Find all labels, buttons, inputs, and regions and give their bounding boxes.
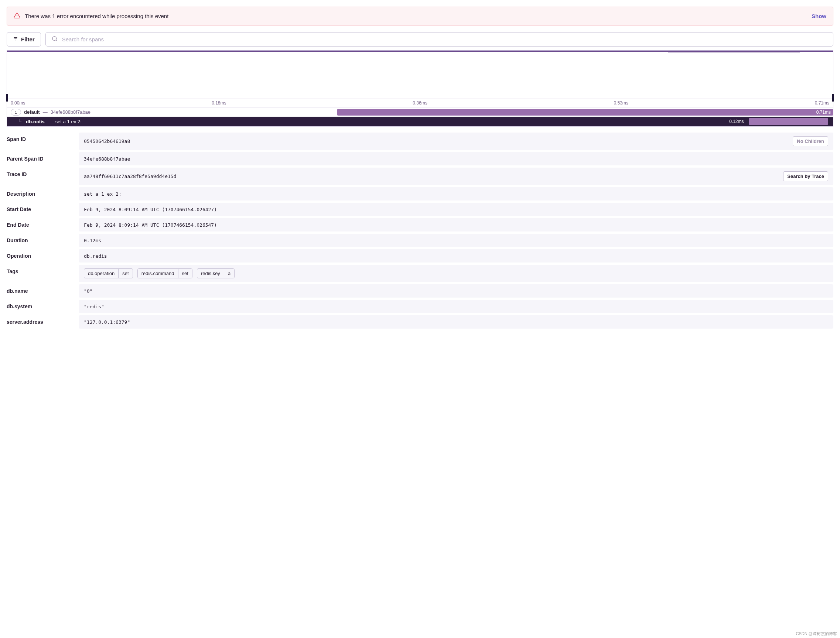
- search-input[interactable]: [62, 36, 827, 43]
- value-end-date: Feb 9, 2024 8:09:14 AM UTC (1707466154.0…: [84, 222, 217, 228]
- tag-value: a: [224, 269, 234, 278]
- tag-key: redis.command: [138, 269, 179, 278]
- tick-label: 0.36ms: [413, 100, 427, 106]
- value-db-system: "redis": [84, 304, 104, 310]
- child-count-badge: 1: [11, 109, 21, 115]
- label-db-name: db.name: [7, 284, 79, 298]
- svg-line-6: [56, 40, 57, 41]
- value-span-id: 05450642b64619a8: [84, 139, 130, 144]
- label-tags: Tags: [7, 265, 79, 282]
- label-start-date: Start Date: [7, 203, 79, 216]
- value-operation: db.redis: [84, 253, 107, 259]
- span-row-root[interactable]: 1 default — 34efe688b8f7abae 0.71ms: [7, 107, 833, 117]
- value-start-date: Feb 9, 2024 8:09:14 AM UTC (1707466154.0…: [84, 207, 217, 212]
- span-name: default: [24, 109, 40, 115]
- value-server-address: "127.0.0.1:6379": [84, 319, 130, 325]
- label-operation: Operation: [7, 249, 79, 262]
- tag-pair[interactable]: redis.commandset: [138, 268, 193, 278]
- span-name: db.redis: [26, 119, 45, 125]
- filter-button[interactable]: Filter: [7, 32, 41, 46]
- value-parent-span-id: 34efe688b8f7abae: [84, 156, 130, 162]
- label-span-id: Span ID: [7, 133, 79, 150]
- range-handle-left[interactable]: [6, 94, 8, 101]
- span-desc: set a 1 ex 2:: [55, 119, 82, 125]
- tick-label: 0.00ms: [11, 100, 25, 106]
- tick-label: 0.53ms: [614, 100, 628, 106]
- label-parent-span-id: Parent Span ID: [7, 152, 79, 166]
- filter-label: Filter: [21, 36, 35, 43]
- value-description: set a 1 ex 2:: [84, 191, 122, 197]
- search-icon: [52, 36, 58, 43]
- search-by-trace-button[interactable]: Search by Trace: [783, 171, 828, 181]
- tick-label: 0.71ms: [815, 100, 829, 106]
- filter-icon: [13, 36, 18, 43]
- label-duration: Duration: [7, 234, 79, 247]
- toolbar: Filter: [7, 32, 833, 46]
- child-indent-icon: └: [18, 119, 21, 125]
- tag-pair[interactable]: redis.keya: [197, 268, 234, 278]
- label-trace-id: Trace ID: [7, 167, 79, 185]
- span-duration: 0.12ms: [729, 119, 744, 124]
- label-server-address: server.address: [7, 315, 79, 328]
- range-handle-right[interactable]: [832, 94, 834, 101]
- search-box[interactable]: [46, 32, 833, 46]
- label-end-date: End Date: [7, 218, 79, 232]
- value-trace-id: aa748ff60611c7aa28f8fe5a9dd4e15d: [84, 174, 176, 179]
- show-button[interactable]: Show: [812, 13, 826, 19]
- error-message: There was 1 error encountered while proc…: [25, 13, 168, 19]
- warning-icon: [14, 12, 20, 20]
- tags-list: db.operationsetredis.commandsetredis.key…: [84, 268, 234, 278]
- label-db-system: db.system: [7, 300, 79, 313]
- tag-key: db.operation: [84, 269, 119, 278]
- separator: —: [47, 119, 52, 125]
- timeline: 0.00ms 0.18ms 0.36ms 0.53ms 0.71ms 1 def…: [7, 50, 833, 126]
- tick-label: 0.18ms: [212, 100, 226, 106]
- timeline-ticks: 0.00ms 0.18ms 0.36ms 0.53ms 0.71ms: [7, 99, 833, 107]
- span-duration: 0.71ms: [816, 110, 831, 115]
- no-children-button[interactable]: No Children: [793, 136, 828, 146]
- value-duration: 0.12ms: [84, 238, 101, 243]
- error-banner: There was 1 error encountered while proc…: [7, 7, 833, 25]
- tag-pair[interactable]: db.operationset: [84, 268, 133, 278]
- label-description: Description: [7, 187, 79, 201]
- svg-point-5: [52, 36, 57, 41]
- tag-value: set: [179, 269, 192, 278]
- separator: —: [43, 109, 47, 115]
- tag-key: redis.key: [197, 269, 224, 278]
- span-details: Span ID 05450642b64619a8 No Children Par…: [7, 126, 833, 337]
- span-row-child[interactable]: └ db.redis — set a 1 ex 2: 0.12ms: [7, 117, 833, 126]
- value-db-name: "0": [84, 288, 92, 294]
- timeline-minimap[interactable]: [7, 51, 833, 99]
- span-id: 34efe688b8f7abae: [51, 109, 90, 115]
- tag-value: set: [119, 269, 132, 278]
